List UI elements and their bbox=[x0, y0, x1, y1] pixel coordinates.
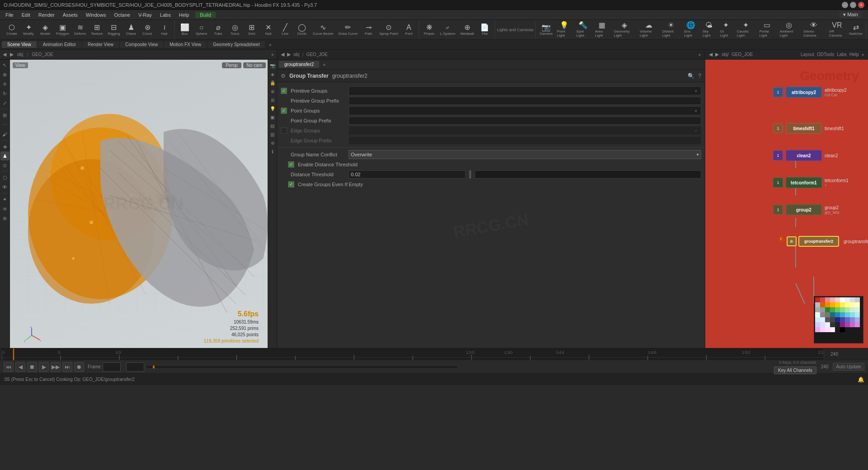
primitive-groups-input[interactable] bbox=[351, 88, 693, 94]
swatch-o3[interactable] bbox=[830, 302, 835, 307]
right-nav-forward[interactable]: ▶ bbox=[715, 52, 719, 57]
swatch-grey10[interactable] bbox=[830, 322, 835, 327]
edge-groups-checkbox[interactable] bbox=[281, 127, 287, 134]
tool-font[interactable]: AFont bbox=[401, 21, 417, 38]
current-frame-input[interactable]: 1 bbox=[103, 362, 121, 371]
create-groups-empty-checkbox[interactable] bbox=[288, 181, 294, 188]
node-clean2[interactable]: 1 clean2 clean2 bbox=[773, 150, 838, 161]
swatch-b8[interactable] bbox=[825, 322, 830, 327]
point-groups-input[interactable] bbox=[351, 108, 693, 113]
node-tetconform1[interactable]: 1 tetconform1 tetconform1 ● bbox=[773, 177, 849, 188]
swatch-grey1[interactable] bbox=[850, 297, 855, 302]
view-label[interactable]: View bbox=[13, 62, 28, 68]
distance-slider-track[interactable] bbox=[475, 170, 701, 179]
tool-switcher[interactable]: ⇄Switcher bbox=[848, 21, 864, 38]
tab-modify[interactable]: ✦Modify bbox=[20, 21, 37, 38]
tab-hair[interactable]: ≀Hair bbox=[156, 21, 173, 38]
params-tab[interactable]: grouptransfer2 bbox=[279, 61, 319, 68]
timeline-ruler[interactable]: 0 5 10 120 130 144 168 192 216 bbox=[2, 348, 824, 360]
search-icon[interactable]: 🔍 bbox=[688, 73, 694, 79]
swatch-black2[interactable] bbox=[840, 327, 845, 332]
point-groups-dropdown[interactable]: ▾ bbox=[693, 108, 699, 113]
tool-caustic-light[interactable]: ✦Caustic Light bbox=[735, 21, 757, 38]
swatch-b5[interactable] bbox=[855, 317, 860, 322]
swatch-c7[interactable] bbox=[815, 317, 820, 322]
tool-tube[interactable]: ⌀Tube bbox=[210, 21, 226, 38]
maximize-button[interactable]: □ bbox=[850, 2, 856, 8]
menu-assets[interactable]: Assets bbox=[59, 11, 81, 19]
pb-stop[interactable]: ⏹ bbox=[27, 362, 37, 372]
swatch-c3[interactable] bbox=[840, 312, 845, 317]
right-add-panel[interactable]: + bbox=[862, 52, 864, 57]
swatch-o4[interactable] bbox=[835, 302, 840, 307]
gear-icon[interactable]: ⚙ bbox=[281, 73, 286, 79]
node-timeshift1[interactable]: 1 timeshift1 timeshift1 bbox=[773, 123, 844, 134]
swatch-g1[interactable] bbox=[825, 307, 830, 312]
vt-bg[interactable]: ▤ bbox=[269, 122, 277, 130]
tool-geo-light[interactable]: ◈Geometry Light bbox=[612, 21, 637, 38]
tool-stereo-camera[interactable]: 👁Stereo Camera bbox=[801, 21, 826, 38]
menu-labs[interactable]: Labs bbox=[156, 11, 175, 19]
tab-create[interactable]: ⬡Create bbox=[4, 21, 20, 38]
tool-view[interactable]: 👁 bbox=[0, 183, 9, 192]
tool-sculpt[interactable]: ⬡ bbox=[0, 173, 9, 182]
tool-gi-light[interactable]: ✦GI Light bbox=[718, 21, 734, 38]
point-groups-checkbox[interactable] bbox=[281, 108, 287, 114]
notification-icon[interactable]: 🔔 bbox=[858, 376, 864, 383]
menu-windows[interactable]: Windows bbox=[82, 11, 110, 19]
swatch-m5[interactable] bbox=[815, 327, 820, 332]
tool-line[interactable]: ╱Line bbox=[277, 21, 293, 38]
vt-render[interactable]: ◈ bbox=[269, 70, 277, 78]
tool-portal-light[interactable]: ▭Portal Light bbox=[757, 21, 777, 38]
node-grouptransfer2-box[interactable]: grouptransfer2 bbox=[798, 236, 839, 247]
build-button[interactable]: Build bbox=[195, 12, 215, 18]
swatch-m1[interactable] bbox=[840, 322, 845, 327]
menu-file[interactable]: File bbox=[2, 11, 17, 19]
swatch-grey11[interactable] bbox=[835, 322, 840, 327]
node-graph-canvas[interactable]: Geometry 1 attribcopy2 attribcopy2 Cd Ca… bbox=[705, 60, 868, 348]
close-button[interactable]: ✕ bbox=[858, 2, 864, 8]
tool-sky-light[interactable]: 🌤Sky Light bbox=[700, 21, 717, 38]
swatch-r5[interactable] bbox=[835, 297, 840, 302]
tool-path[interactable]: ⊸Path bbox=[360, 21, 377, 38]
tool-geo-select[interactable]: ◈ bbox=[0, 142, 9, 151]
vt-floor[interactable]: ▥ bbox=[269, 130, 277, 138]
right-labs-label[interactable]: Labs bbox=[837, 52, 847, 57]
pb-jump-start[interactable]: ⏮ bbox=[4, 362, 14, 372]
swatch-g5[interactable] bbox=[845, 307, 850, 312]
tool-handle[interactable]: ⊙ bbox=[0, 161, 9, 170]
tool-point-light[interactable]: 💡Point Light bbox=[555, 21, 574, 38]
distance-threshold-input[interactable]: 0.02 bbox=[349, 170, 466, 179]
swatch-m4[interactable] bbox=[855, 322, 860, 327]
swatch-m3[interactable] bbox=[850, 322, 855, 327]
viewport-add-panel[interactable]: + bbox=[271, 52, 274, 57]
tab-render-view[interactable]: Render View bbox=[82, 41, 119, 48]
swatch-g7[interactable] bbox=[855, 307, 860, 312]
tool-soft[interactable]: ⋯ bbox=[0, 120, 9, 129]
right-nav-back[interactable]: ◀ bbox=[709, 52, 712, 57]
tool-scale[interactable]: ⤢ bbox=[0, 99, 9, 108]
tool-curve-bezier[interactable]: ∿Curve Bezier bbox=[311, 21, 336, 38]
pb-play[interactable]: ▶ bbox=[39, 362, 49, 372]
swatch-b6[interactable] bbox=[815, 322, 820, 327]
node-timeshift1-box[interactable]: timeshift1 bbox=[786, 123, 822, 134]
nav-forward[interactable]: ▶ bbox=[10, 52, 14, 57]
tool-env-light[interactable]: 🌐Env. Light bbox=[682, 21, 700, 38]
swatch-grey7[interactable] bbox=[825, 312, 830, 317]
tool-draw-curve[interactable]: ✏Draw Curve bbox=[336, 21, 360, 38]
edge-group-prefix-input[interactable] bbox=[349, 136, 701, 145]
swatch-m6[interactable] bbox=[820, 327, 825, 332]
primitive-groups-dropdown[interactable]: ▾ bbox=[693, 89, 699, 94]
cam-badge[interactable]: No cam bbox=[243, 62, 266, 68]
vt-shadow[interactable]: ▣ bbox=[269, 113, 277, 121]
tab-add-button[interactable]: + bbox=[266, 41, 274, 48]
tool-sphere[interactable]: ○Sphere bbox=[193, 21, 210, 38]
node-tetconform1-box[interactable]: tetconform1 bbox=[786, 177, 822, 188]
tool-ambient-light[interactable]: ◎Ambient Light bbox=[778, 21, 801, 38]
swatch-m2[interactable] bbox=[845, 322, 850, 327]
swatch-o2[interactable] bbox=[825, 302, 830, 307]
tool-particle[interactable]: ✦ bbox=[0, 195, 9, 204]
key-all-channels-button[interactable]: Key All Channels bbox=[774, 367, 816, 374]
tab-composite-view[interactable]: Composite View bbox=[120, 41, 163, 48]
swatch-y3[interactable] bbox=[850, 302, 855, 307]
